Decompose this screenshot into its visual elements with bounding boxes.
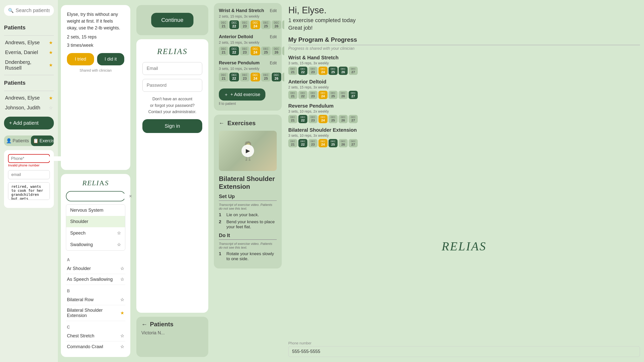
exercise-chest-stretch[interactable]: Chest Stretch ☆ xyxy=(66,331,125,341)
date-chip: DEC26 xyxy=(339,91,348,99)
email-input[interactable] xyxy=(8,170,50,179)
signin-button[interactable]: Sign in xyxy=(142,119,202,133)
progress-note: Progress is shared with your clinician xyxy=(288,46,640,51)
continue-button[interactable]: Continue xyxy=(151,13,193,27)
my-program-title: My Program & Progress xyxy=(288,36,640,45)
star-icon: ★ xyxy=(49,62,53,68)
star-empty-icon[interactable]: ☆ xyxy=(120,266,124,271)
patient-item[interactable]: Andrews, Elyse ★ xyxy=(4,93,54,103)
back-arrow-icon[interactable]: ← xyxy=(141,321,147,328)
exercise-as-speech[interactable]: As Speech Swallowing ☆ xyxy=(66,274,125,285)
edit-link[interactable]: Edit xyxy=(270,35,277,39)
col2: Elyse, try this without any weight at fi… xyxy=(58,0,133,362)
date-chip: DEC22 xyxy=(229,20,239,29)
setup-step-1: 1 Lie on your back. xyxy=(219,212,277,217)
date-chip: DEC21 xyxy=(288,67,297,75)
back-button[interactable]: ← xyxy=(219,120,224,126)
star-empty-icon[interactable]: ☆ xyxy=(120,344,124,349)
exercise-search-input[interactable]: shoulder | xyxy=(70,194,129,199)
date-chip: DEC21 xyxy=(288,139,297,147)
date-chip: DEC26 xyxy=(339,139,348,147)
play-button[interactable]: ▶ xyxy=(242,145,254,157)
progress-exercise-row: Anterior Deltoid 2 sets, 15 reps, 3x wee… xyxy=(288,79,640,99)
category-a: A xyxy=(66,256,125,263)
search-box[interactable]: 🔍 xyxy=(4,5,54,16)
i-tried-button[interactable]: I tried xyxy=(67,53,94,65)
date-chip: DEC22 xyxy=(298,139,307,147)
divider xyxy=(4,75,54,75)
progress-exercise-row: Reverse Pendulum 3 sets, 10 reps, 2x wee… xyxy=(288,103,640,123)
divider xyxy=(4,91,54,91)
date-chip: DEC24 xyxy=(318,115,328,123)
edit-link[interactable]: Edit xyxy=(270,61,277,65)
star-icon[interactable]: ★ xyxy=(120,310,124,316)
prog-chips-0: DEC21DEC22DEC23DEC24DEC25DEC26DEC27 xyxy=(288,67,640,75)
do-it-step-1: 1 Rotate your knees slowly to one side. xyxy=(219,251,277,261)
date-chip: DEC25 xyxy=(261,20,271,29)
email-input[interactable] xyxy=(142,62,202,75)
patient-item[interactable]: Everria, Daniel ★ xyxy=(4,48,54,57)
patient-item[interactable]: Andrews, Elyse ★ xyxy=(4,38,54,48)
date-chip: DEC23 xyxy=(308,139,317,147)
nav-tabs: 👤 Patients 📋 Exercises xyxy=(4,135,54,146)
phone-field: ✕ Invalid phone number xyxy=(8,154,50,167)
date-chip: DEC22 xyxy=(298,67,307,75)
prog-chips-2: DEC21DEC22DEC23DEC24DEC25DEC26DEC27 xyxy=(288,115,640,123)
greeting: Hi, Elyse. xyxy=(288,5,640,16)
star-empty-icon[interactable]: ☆ xyxy=(120,333,124,339)
relias-big-logo: RELIAS xyxy=(442,229,487,263)
dropdown-item-shoulder[interactable]: Shoulder xyxy=(66,216,125,227)
add-exercise-button[interactable]: ＋ + Add exercise xyxy=(219,88,265,101)
patients-subtext: Victoria N... xyxy=(141,330,203,336)
edit-link[interactable]: Edit xyxy=(270,9,277,13)
star-empty-icon[interactable]: ☆ xyxy=(120,277,124,282)
do-it-transcript-note: Transcript of exercise video. Patients d… xyxy=(219,242,277,249)
patient-item[interactable]: Dndenberg, Russell ★ xyxy=(4,57,54,73)
date-chip: DEC25 xyxy=(261,73,271,81)
tab-patients[interactable]: 👤 Patients xyxy=(4,135,31,146)
search-clear-icon[interactable]: ✕ xyxy=(129,194,132,199)
star-icon: ☆ xyxy=(117,230,121,236)
tab-exercises[interactable]: 📋 Exercises xyxy=(31,135,54,146)
patients-icon: 👤 xyxy=(6,138,12,144)
i-did-it-button[interactable]: I did it xyxy=(97,53,124,65)
date-chips: DEC21DEC22DEC23DEC24DEC25DEC26DEC27 xyxy=(219,20,277,29)
date-chip: DEC24 xyxy=(251,73,260,81)
exercises-detail-card: ← Exercises 🧍 ▶ Bilateral Shoulder Exten… xyxy=(214,115,282,268)
progress-exercise-row: Bilateral Shoulder Extension 3 sets, 10 … xyxy=(288,127,640,147)
prog-chips-1: DEC21DEC22DEC23DEC24DEC25DEC26DEC27 xyxy=(288,91,640,99)
exercise-ar-shoulder[interactable]: Ar Shoulder ☆ xyxy=(66,263,125,274)
col4: Wrist & Hand Stretch Edit 2 sets, 15 rep… xyxy=(211,0,284,362)
dropdown-item-speech[interactable]: Speech ☆ xyxy=(66,227,125,239)
patient-item[interactable]: Johnson, Judith ☆ xyxy=(4,103,54,113)
exercise-video-thumbnail[interactable]: 🧍 ▶ xyxy=(219,131,277,171)
left-sidebar: 🔍 Patients Andrews, Elyse ★ Everria, Dan… xyxy=(0,0,58,362)
notes-textarea[interactable]: retired, wants to cook for her grandchil… xyxy=(8,182,50,200)
exercise-search-wrap[interactable]: shoulder | ✕ xyxy=(66,191,125,201)
date-chip: DEC26 xyxy=(339,115,348,123)
dropdown-item-swallowing[interactable]: Swallowing ☆ xyxy=(66,239,125,250)
date-chip: DEC23 xyxy=(240,47,250,55)
patients-nav-header: ← Patients xyxy=(141,321,203,328)
date-chip: DEC24 xyxy=(318,91,328,99)
star-icon: ☆ xyxy=(117,242,121,247)
exercise-bilateral-shoulder-ext[interactable]: Bilateral Shoulder Extension ★ xyxy=(66,305,125,321)
exercise-bilateral-row[interactable]: Bilateral Row ☆ xyxy=(66,294,125,305)
add-patient-button[interactable]: + Add patient xyxy=(4,117,54,129)
phone-input[interactable] xyxy=(11,156,61,161)
phone-error: Invalid phone number xyxy=(8,163,50,167)
star-empty-icon[interactable]: ☆ xyxy=(120,297,124,302)
star-icon: ★ xyxy=(49,40,53,46)
add-to-patient-note: ll to patient xyxy=(219,102,277,106)
dropdown-item-nervous[interactable]: Nervous System xyxy=(66,205,125,216)
password-input[interactable] xyxy=(142,79,202,92)
patients-nav-card: ← Patients Victoria N... xyxy=(136,317,208,357)
login-note: Don't have an account or forgot your pas… xyxy=(142,96,202,115)
setup-header: Set Up xyxy=(219,194,277,201)
phone-wrapper[interactable]: ✕ xyxy=(8,154,50,163)
date-chip: DEC27 xyxy=(282,20,284,29)
date-chip: DEC25 xyxy=(261,47,271,55)
date-chip: DEC23 xyxy=(308,67,317,75)
exercise-commando-crawl[interactable]: Commando Crawl ☆ xyxy=(66,341,125,352)
search-input[interactable] xyxy=(16,8,50,13)
